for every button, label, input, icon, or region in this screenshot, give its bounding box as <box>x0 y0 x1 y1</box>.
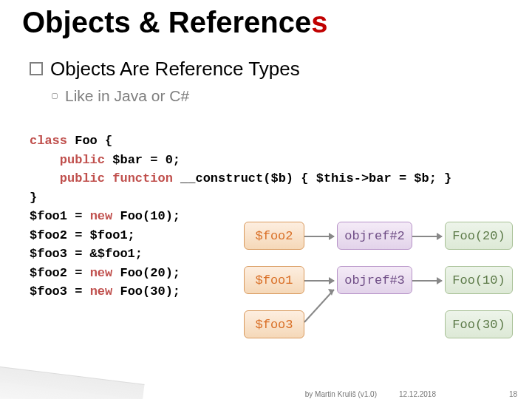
code-l2a <box>30 153 60 167</box>
bullet-level1: Objects Are Reference Types <box>30 58 300 81</box>
title-accent: s <box>311 6 327 38</box>
code-l6: $foo2 = $foo1; <box>30 228 135 242</box>
code-l9a: $foo3 = <box>30 284 90 299</box>
code-l8a: $foo2 = <box>30 266 90 280</box>
footer-author: by Martin Kruliš (v1.0) <box>305 390 377 398</box>
bullet-small-icon <box>52 93 58 99</box>
footer-date: 12.12.2018 <box>399 390 436 398</box>
var-foo3: $foo3 <box>244 310 304 338</box>
var-foo2: $foo2 <box>244 222 304 250</box>
ref-3: objref#3 <box>337 266 412 294</box>
code-l7: $foo3 = &$foo1; <box>30 247 143 261</box>
obj-foo30: Foo(30) <box>445 310 513 338</box>
arrow-foo3-ref3 <box>303 273 340 332</box>
slide-title: Objects & References <box>22 6 328 39</box>
svg-line-0 <box>304 290 334 322</box>
kw-public-function: public function <box>60 171 173 185</box>
corner-decoration <box>0 361 145 399</box>
kw-new2: new <box>90 266 113 280</box>
kw-new1: new <box>90 209 113 223</box>
code-l1b: Foo { <box>67 134 112 148</box>
var-foo1: $foo1 <box>244 266 304 294</box>
bullet-square-icon <box>30 62 43 75</box>
code-l8c: Foo(20); <box>112 266 180 280</box>
kw-public1: public <box>60 153 105 167</box>
code-l5a: $foo1 = <box>30 209 90 223</box>
arrow-ref3-obj10 <box>412 280 442 282</box>
arrow-ref2-obj20 <box>412 236 442 237</box>
title-plain: Objects & Reference <box>22 6 311 38</box>
code-l5c: Foo(10); <box>112 209 180 223</box>
code-l9c: Foo(30); <box>112 284 180 299</box>
bullet1-text: Objects Are Reference Types <box>50 58 300 80</box>
kw-class: class <box>30 134 67 148</box>
obj-foo10: Foo(10) <box>445 266 513 294</box>
arrow-foo2-ref2 <box>304 236 334 237</box>
code-l3a <box>30 171 60 185</box>
code-l4: } <box>30 191 37 205</box>
footer-page-number: 18 <box>509 390 517 398</box>
code-l3c: __construct($b) { $this->bar = $b; } <box>173 171 451 185</box>
bullet-level2: Like in Java or C# <box>52 87 189 105</box>
bullet2-text: Like in Java or C# <box>65 87 189 104</box>
code-l2c: $bar = 0; <box>105 153 180 167</box>
kw-new3: new <box>90 284 113 299</box>
obj-foo20: Foo(20) <box>445 222 513 250</box>
ref-2: objref#2 <box>337 222 412 250</box>
